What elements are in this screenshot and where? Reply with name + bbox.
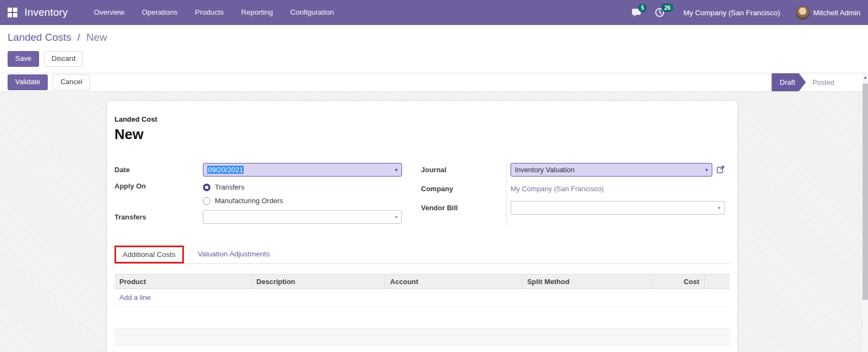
breadcrumb-separator: /	[78, 32, 80, 43]
radio-option-manufacturing-orders[interactable]: Manufacturing Orders	[203, 197, 283, 205]
activities-button[interactable]: 26	[655, 8, 665, 17]
menu-reporting[interactable]: Reporting	[233, 0, 282, 25]
user-avatar	[795, 5, 810, 20]
state-posted[interactable]: Posted	[806, 73, 842, 91]
journal-label: Journal	[421, 165, 510, 174]
empty-row-striped	[114, 328, 730, 345]
column-header-split-method: Split Method	[522, 274, 654, 288]
discard-button[interactable]: Discard	[44, 51, 83, 67]
column-header-description: Description	[252, 274, 386, 288]
company-label: Company	[421, 184, 510, 193]
journal-external-link-icon[interactable]	[716, 165, 725, 174]
radio-option-transfers[interactable]: Transfers	[203, 183, 283, 191]
app-name[interactable]: Inventory	[24, 7, 68, 18]
radio-manufacturing-label: Manufacturing Orders	[215, 197, 283, 205]
form-sheet: Landed Cost New Date 09/20/2021 ▾ Apply …	[106, 100, 738, 352]
breadcrumb-current: New	[86, 32, 107, 43]
state-draft[interactable]: Draft	[771, 73, 806, 91]
tab-valuation-adjustments[interactable]: Valuation Adjustments	[192, 247, 277, 261]
messages-badge: 5	[638, 4, 647, 12]
save-button[interactable]: Save	[8, 51, 39, 67]
column-header-account: Account	[385, 274, 522, 288]
radio-selected-icon[interactable]	[203, 184, 210, 191]
statusbar-row: Validate Cancel Draft Posted	[0, 73, 868, 92]
transfers-input[interactable]: ▾	[203, 210, 402, 224]
date-value: 09/20/2021	[207, 166, 244, 174]
date-label: Date	[114, 165, 203, 174]
validate-button[interactable]: Validate	[8, 74, 48, 90]
apply-on-radio-group: Transfers Manufacturing Orders	[203, 181, 283, 205]
field-row-date: Date 09/20/2021 ▾	[114, 162, 402, 177]
form-view-background: Landed Cost New Date 09/20/2021 ▾ Apply …	[0, 92, 868, 352]
form-column-left: Date 09/20/2021 ▾ Apply On	[114, 162, 402, 229]
date-input[interactable]: 09/20/2021 ▾	[203, 163, 402, 177]
record-buttons: Save Discard	[8, 51, 859, 67]
journal-value: Inventory Valuation	[515, 166, 575, 174]
apps-menu-icon[interactable]	[8, 8, 17, 17]
messages-button[interactable]: 5	[631, 8, 642, 17]
menu-products[interactable]: Products	[186, 0, 232, 25]
empty-row	[114, 345, 730, 352]
top-nav: Inventory Overview Operations Products R…	[0, 0, 868, 25]
column-header-product: Product	[114, 274, 252, 288]
apply-on-label: Apply On	[114, 181, 203, 190]
user-menu[interactable]: Mitchell Admin	[795, 5, 860, 20]
form-column-right: Journal Inventory Valuation ▾ Company	[421, 162, 725, 229]
control-panel: Landed Costs / New Save Discard	[0, 25, 868, 73]
statusbar: Draft Posted	[771, 73, 842, 91]
add-a-line-link[interactable]: Add a line	[114, 289, 730, 306]
scrollbar-up-arrow-icon[interactable]: ▲	[863, 73, 868, 81]
breadcrumb: Landed Costs / New	[8, 32, 859, 43]
user-name: Mitchell Admin	[813, 9, 860, 17]
journal-input[interactable]: Inventory Valuation ▾	[510, 163, 712, 177]
transfers-label: Transfers	[114, 212, 203, 221]
nav-right: 5 26 My Company (San Francisco) Mitchell…	[625, 5, 860, 20]
empty-row	[114, 306, 730, 328]
field-row-apply-on: Apply On Transfers Manufacturing Orders	[114, 181, 402, 205]
field-row-company: Company My Company (San Francisco)	[421, 181, 725, 196]
column-header-extra	[705, 274, 730, 288]
table-header-row: Product Description Account Split Method…	[114, 274, 730, 289]
sheet-label: Landed Cost	[114, 115, 730, 123]
menu-configuration[interactable]: Configuration	[282, 0, 342, 25]
vendor-bill-label: Vendor Bill	[421, 203, 510, 212]
tab-additional-costs[interactable]: Additional Costs	[114, 246, 184, 263]
breadcrumb-parent[interactable]: Landed Costs	[8, 32, 71, 43]
radio-unselected-icon[interactable]	[203, 197, 210, 205]
field-row-transfers: Transfers ▾	[114, 210, 402, 224]
activities-badge: 26	[661, 3, 673, 12]
main-menu: Overview Operations Products Reporting C…	[85, 0, 342, 25]
additional-costs-table: Product Description Account Split Method…	[114, 274, 730, 352]
date-caret-down-icon[interactable]: ▾	[392, 167, 398, 173]
field-row-vendor-bill: Vendor Bill ▾	[421, 200, 725, 215]
scrollbar-thumb[interactable]	[863, 84, 868, 300]
cancel-button[interactable]: Cancel	[53, 74, 90, 90]
field-row-journal: Journal Inventory Valuation ▾	[421, 162, 725, 177]
radio-transfers-label: Transfers	[215, 183, 244, 191]
column-header-cost: Cost	[653, 274, 705, 288]
company-switcher[interactable]: My Company (San Francisco)	[683, 9, 780, 17]
vertical-scrollbar[interactable]: ▲	[863, 73, 868, 352]
menu-overview[interactable]: Overview	[85, 0, 133, 25]
vendor-bill-caret-down-icon[interactable]: ▾	[714, 205, 720, 211]
journal-caret-down-icon[interactable]: ▾	[702, 167, 708, 173]
notebook-tabs: Additional Costs Valuation Adjustments	[114, 244, 730, 264]
vendor-bill-input[interactable]: ▾	[510, 201, 725, 215]
company-value[interactable]: My Company (San Francisco)	[510, 185, 604, 193]
workflow-buttons: Validate Cancel	[8, 74, 90, 90]
record-title: New	[114, 126, 730, 143]
transfers-caret-down-icon[interactable]: ▾	[392, 214, 398, 220]
form-fields-area: Date 09/20/2021 ▾ Apply On	[114, 162, 730, 229]
menu-operations[interactable]: Operations	[133, 0, 186, 25]
